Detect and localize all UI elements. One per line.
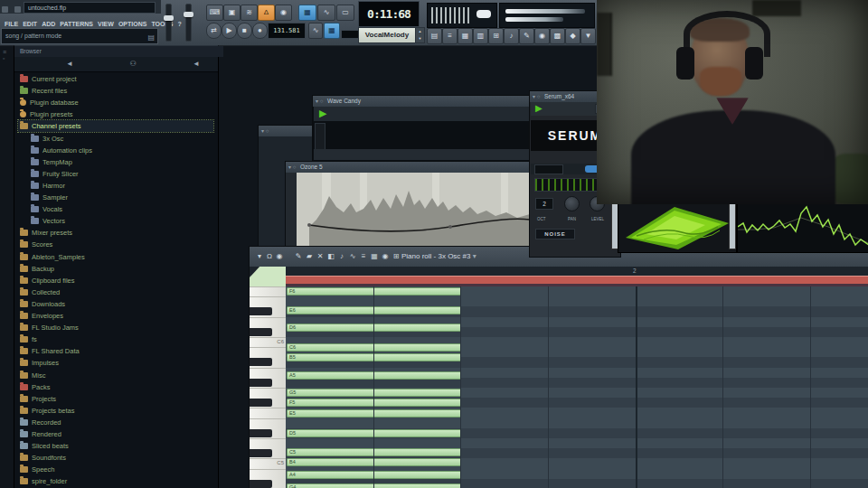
piano-key-black[interactable] bbox=[250, 480, 272, 488]
browser-item-3x-osc[interactable]: 3x Osc bbox=[18, 133, 224, 145]
view-piano-roll-icon[interactable]: ▦ bbox=[458, 28, 473, 44]
project-picker-icon[interactable]: ♪ bbox=[504, 28, 519, 44]
browser-item-vectors[interactable]: Vectors bbox=[18, 215, 224, 227]
browser-tab-current[interactable]: ◄ bbox=[186, 60, 206, 69]
browser-item-sampler[interactable]: Sampler bbox=[18, 192, 224, 203]
pr-paint-icon[interactable]: ▰ bbox=[304, 250, 315, 262]
pr-slice-icon[interactable]: ♪ bbox=[336, 250, 347, 262]
pan-knob[interactable] bbox=[564, 196, 580, 211]
browser-item-fruity-slicer[interactable]: Fruity Slicer bbox=[18, 168, 224, 180]
browser-item-collected[interactable]: Collected bbox=[18, 286, 213, 298]
browser-item-fl-studio-jams[interactable]: FL Studio Jams bbox=[18, 322, 213, 333]
metronome-icon[interactable]: Δ bbox=[258, 5, 275, 21]
browser-item-harmor[interactable]: Harmor bbox=[18, 180, 224, 192]
window-menu-icon[interactable] bbox=[2, 6, 8, 13]
wavetable-3d-display[interactable] bbox=[618, 199, 737, 253]
minimize-icon[interactable] bbox=[14, 6, 21, 13]
piano-roll-window[interactable]: Piano roll - 3x Osc #3 ▾ ▾Ω◉✎▰✕◧♪∿≡▦◉⊞ 2… bbox=[249, 246, 868, 488]
master-pitch-slider[interactable] bbox=[185, 4, 192, 42]
time-display[interactable]: 0:11:68 bbox=[358, 1, 420, 27]
pr-playback-icon[interactable]: ▦ bbox=[369, 250, 380, 262]
typing-keyboard-icon[interactable]: ⌨ bbox=[206, 5, 223, 21]
wait-for-input-icon[interactable]: ◉ bbox=[275, 5, 292, 21]
view-mixer-icon[interactable]: ▥ bbox=[473, 28, 488, 44]
browser-item-ableton-samples[interactable]: Ableton_Samples bbox=[18, 251, 213, 263]
pr-delete-icon[interactable]: ✕ bbox=[315, 250, 326, 262]
pattern-selector[interactable]: VocalMelody bbox=[358, 27, 416, 43]
browser-item-projects[interactable]: Projects bbox=[18, 393, 213, 405]
menu-patterns[interactable]: PATTERNS bbox=[60, 21, 93, 27]
pr-snap-icon[interactable]: ⊞ bbox=[391, 250, 401, 262]
preset-arrow-icon[interactable]: ▶ bbox=[319, 108, 326, 119]
browser-item-soundfonts[interactable]: Soundfonts bbox=[18, 452, 213, 464]
multilink-icon[interactable]: ∿ bbox=[317, 5, 335, 21]
piano-key-black[interactable] bbox=[250, 429, 272, 437]
blend-recording-icon[interactable]: ≋ bbox=[241, 5, 258, 21]
browser-item-packs[interactable]: Packs bbox=[18, 381, 213, 393]
tempo-display[interactable]: 131.581 bbox=[268, 23, 306, 39]
browser-item-downloads[interactable]: Downloads bbox=[18, 298, 213, 310]
menu-file[interactable]: FILE bbox=[5, 21, 18, 27]
browser-item-speech[interactable]: Speech bbox=[18, 464, 213, 475]
menu-[interactable]: ? bbox=[177, 21, 181, 27]
pattern-number-display[interactable] bbox=[341, 30, 359, 39]
pr-stamp-icon[interactable]: ◉ bbox=[274, 250, 285, 262]
master-volume-slider[interactable] bbox=[165, 4, 172, 42]
browser-item-tempmap[interactable]: TempMap bbox=[18, 156, 224, 168]
pr-zoom-icon[interactable]: ≡ bbox=[358, 250, 369, 262]
oscilloscope-display[interactable] bbox=[737, 199, 868, 253]
piano-roll-title[interactable]: Piano roll - 3x Osc #3 ▾ bbox=[401, 250, 476, 262]
browser-item-impulses[interactable]: Impulses bbox=[18, 357, 213, 369]
browser-item-fs[interactable]: fs bbox=[18, 333, 213, 345]
stop-button[interactable]: ■ bbox=[237, 23, 252, 39]
piano-key-black[interactable] bbox=[250, 399, 272, 407]
pattern-song-switch[interactable]: ⇄ bbox=[206, 23, 222, 39]
browser-item-clipboard-files[interactable]: Clipboard files bbox=[18, 275, 213, 286]
unison-lcd[interactable]: 2 bbox=[535, 198, 553, 210]
tools-menu-icon[interactable]: ✎ bbox=[519, 28, 534, 44]
ozone-titlebar[interactable]: Ozone 5 bbox=[286, 162, 530, 173]
record-button[interactable]: ● bbox=[252, 23, 268, 39]
browser-item-scores[interactable]: Scores bbox=[18, 239, 213, 250]
plugin-picker-icon[interactable]: ◆ bbox=[565, 28, 580, 44]
view-step-sequencer-icon[interactable]: ≡ bbox=[442, 28, 458, 44]
scope-scrollbar[interactable] bbox=[729, 201, 736, 249]
menu-edit[interactable]: EDIT bbox=[23, 21, 37, 27]
browser-item-plugin-database[interactable]: Plugin database bbox=[18, 97, 213, 108]
step-edit-icon[interactable]: ▦ bbox=[298, 5, 316, 21]
browser-tab-all[interactable]: ◄ bbox=[60, 60, 80, 69]
browser-item-backup[interactable]: Backup bbox=[18, 263, 213, 275]
browser-item-misc[interactable]: Misc bbox=[18, 370, 213, 381]
browser-item-projects-betas[interactable]: Projects betas bbox=[18, 405, 213, 417]
menu-add[interactable]: ADD bbox=[42, 21, 55, 27]
wavecandy-window[interactable]: Wave Candy ▶ bbox=[312, 95, 531, 162]
browser-item-spire-folder[interactable]: spire_folder bbox=[18, 475, 213, 487]
browser-item-channel-presets[interactable]: Channel presets bbox=[18, 120, 213, 132]
online-panel-button[interactable]: ▦ bbox=[324, 23, 340, 39]
browser-item-sliced-beats[interactable]: Sliced beats bbox=[18, 440, 213, 452]
browser-item-mixer-presets[interactable]: Mixer presets bbox=[18, 227, 213, 239]
browser-item-automation-clips[interactable]: Automation clips bbox=[18, 145, 224, 156]
browser-item-vocals[interactable]: Vocals bbox=[18, 203, 224, 215]
browser-item-rendered[interactable]: Rendered bbox=[18, 428, 213, 440]
piano-key-black[interactable] bbox=[250, 379, 272, 387]
browser-item-recorded[interactable]: Recorded bbox=[18, 417, 213, 428]
browser-tab-plugins[interactable]: ⚇ bbox=[123, 60, 143, 69]
pr-draw-icon[interactable]: ✎ bbox=[293, 250, 304, 262]
overdub-icon[interactable]: ▭ bbox=[336, 5, 354, 21]
piano-roll-timeline[interactable] bbox=[250, 267, 868, 276]
pattern-spinner[interactable]: ▲▼ bbox=[415, 27, 425, 43]
browser-item-recent-files[interactable]: Recent files bbox=[18, 85, 213, 97]
recording-countdown-icon[interactable]: ▣ bbox=[223, 5, 241, 21]
performance-mode-icon[interactable]: ▩ bbox=[550, 28, 565, 44]
piano-key-black[interactable] bbox=[250, 449, 272, 457]
monitor-slider[interactable] bbox=[476, 10, 491, 18]
touch-controller-icon[interactable]: ◉ bbox=[534, 28, 550, 44]
menu-view[interactable]: VIEW bbox=[98, 21, 114, 27]
piano-key-black[interactable] bbox=[250, 358, 272, 366]
piano-keyboard[interactable]: C6C5 bbox=[250, 286, 286, 488]
view-browser-icon[interactable]: ⊞ bbox=[488, 28, 504, 44]
background-plugin-titlebar[interactable] bbox=[259, 126, 316, 136]
view-playlist-icon[interactable]: ▤ bbox=[427, 28, 442, 44]
browser-item-current-project[interactable]: Current project bbox=[18, 73, 213, 85]
